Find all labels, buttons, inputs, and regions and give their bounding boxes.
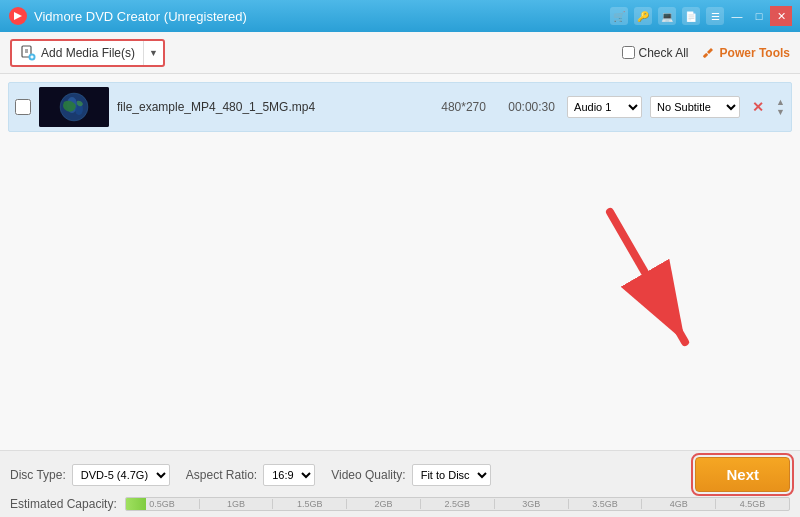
aspect-ratio-select[interactable]: 16:9 4:3 bbox=[263, 464, 315, 486]
tick-1gb: 1GB bbox=[199, 499, 273, 509]
disc-type-select[interactable]: DVD-5 (4.7G) DVD-9 (8.5G) Blu-ray 25G Bl… bbox=[72, 464, 170, 486]
move-down-button[interactable]: ▼ bbox=[776, 108, 785, 117]
add-file-icon bbox=[20, 45, 36, 61]
tick-1.5gb: 1.5GB bbox=[272, 499, 346, 509]
capacity-row: Estimated Capacity: 0.5GB 1GB 1.5GB 2GB … bbox=[10, 497, 790, 511]
tick-3.5gb: 3.5GB bbox=[568, 499, 642, 509]
file-list: file_example_MP4_480_1_5MG.mp4 480*270 0… bbox=[0, 74, 800, 140]
table-row: file_example_MP4_480_1_5MG.mp4 480*270 0… bbox=[8, 82, 792, 132]
tick-3gb: 3GB bbox=[494, 499, 568, 509]
bottom-bar: Disc Type: DVD-5 (4.7G) DVD-9 (8.5G) Blu… bbox=[0, 450, 800, 517]
list-icon[interactable]: ☰ bbox=[706, 7, 724, 25]
aspect-ratio-group: Aspect Ratio: 16:9 4:3 bbox=[186, 464, 315, 486]
capacity-bar: 0.5GB 1GB 1.5GB 2GB 2.5GB 3GB 3.5GB 4GB … bbox=[125, 497, 790, 511]
subtitle-select[interactable]: No Subtitle Add Subtitle bbox=[650, 96, 740, 118]
svg-rect-7 bbox=[702, 52, 708, 58]
file-checkbox[interactable] bbox=[15, 99, 31, 115]
audio-select[interactable]: Audio 1 Audio 2 bbox=[567, 96, 642, 118]
video-quality-group: Video Quality: Fit to Disc High Medium L… bbox=[331, 464, 491, 486]
check-all-checkbox[interactable] bbox=[622, 46, 635, 59]
arrow-annotation bbox=[590, 202, 710, 365]
tick-4gb: 4GB bbox=[641, 499, 715, 509]
file-order-controls: ▲ ▼ bbox=[776, 98, 785, 117]
computer-icon[interactable]: 💻 bbox=[658, 7, 676, 25]
cart-icon[interactable]: 🛒 bbox=[610, 7, 628, 25]
check-all-label[interactable]: Check All bbox=[622, 46, 689, 60]
aspect-ratio-label: Aspect Ratio: bbox=[186, 468, 257, 482]
next-button[interactable]: Next bbox=[695, 457, 790, 492]
file-name: file_example_MP4_480_1_5MG.mp4 bbox=[117, 100, 423, 114]
add-media-dropdown-arrow[interactable]: ▼ bbox=[143, 41, 163, 65]
minimize-button[interactable]: — bbox=[726, 6, 748, 26]
move-up-button[interactable]: ▲ bbox=[776, 98, 785, 107]
toolbar: Add Media File(s) ▼ Check All Power Tool… bbox=[0, 32, 800, 74]
video-quality-select[interactable]: Fit to Disc High Medium Low bbox=[412, 464, 491, 486]
main-content: file_example_MP4_480_1_5MG.mp4 480*270 0… bbox=[0, 74, 800, 450]
tick-0.5gb: 0.5GB bbox=[126, 499, 199, 509]
tick-2gb: 2GB bbox=[346, 499, 420, 509]
title-bar-text: Vidmore DVD Creator (Unregistered) bbox=[34, 9, 608, 24]
doc-icon[interactable]: 📄 bbox=[682, 7, 700, 25]
capacity-labels: 0.5GB 1GB 1.5GB 2GB 2.5GB 3GB 3.5GB 4GB … bbox=[126, 498, 789, 510]
estimated-capacity-label: Estimated Capacity: bbox=[10, 497, 117, 511]
power-tools-button[interactable]: Power Tools bbox=[701, 46, 790, 60]
title-bar: Vidmore DVD Creator (Unregistered) 🛒 🔑 💻… bbox=[0, 0, 800, 32]
file-resolution: 480*270 bbox=[431, 100, 496, 114]
tick-2.5gb: 2.5GB bbox=[420, 499, 494, 509]
title-bar-icons: 🛒 🔑 💻 📄 ☰ bbox=[608, 7, 726, 25]
bottom-controls: Disc Type: DVD-5 (4.7G) DVD-9 (8.5G) Blu… bbox=[10, 457, 790, 492]
maximize-button[interactable]: □ bbox=[748, 6, 770, 26]
svg-line-14 bbox=[610, 212, 685, 342]
video-quality-label: Video Quality: bbox=[331, 468, 406, 482]
add-media-button[interactable]: Add Media File(s) ▼ bbox=[10, 39, 165, 67]
remove-file-button[interactable]: ✕ bbox=[748, 99, 768, 115]
file-thumbnail bbox=[39, 87, 109, 127]
toolbar-right: Check All Power Tools bbox=[622, 46, 790, 60]
tick-4.5gb: 4.5GB bbox=[715, 499, 789, 509]
add-media-label: Add Media File(s) bbox=[41, 46, 135, 60]
wrench-icon bbox=[701, 46, 715, 60]
disc-type-label: Disc Type: bbox=[10, 468, 66, 482]
app-logo bbox=[8, 6, 28, 26]
key-icon[interactable]: 🔑 bbox=[634, 7, 652, 25]
disc-type-group: Disc Type: DVD-5 (4.7G) DVD-9 (8.5G) Blu… bbox=[10, 464, 170, 486]
add-media-main[interactable]: Add Media File(s) bbox=[12, 41, 143, 65]
close-button[interactable]: ✕ bbox=[770, 6, 792, 26]
file-duration: 00:00:30 bbox=[504, 100, 559, 114]
